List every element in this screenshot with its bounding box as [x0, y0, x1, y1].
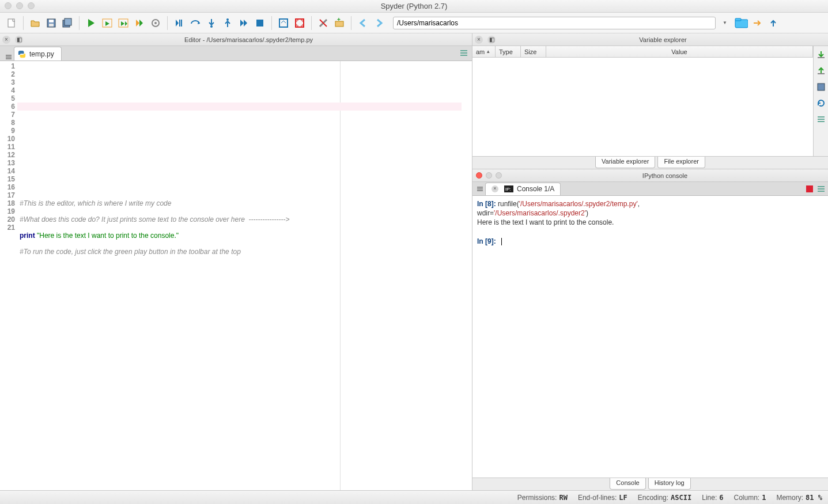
- undock-pane-button[interactable]: ◧: [15, 36, 23, 44]
- ipython-icon: IP:: [504, 185, 513, 192]
- svg-rect-40: [818, 191, 825, 192]
- save-all-button[interactable]: [61, 16, 74, 30]
- ipython-bottom-tabs: Console History log: [472, 478, 828, 490]
- tab-history-log[interactable]: History log: [648, 478, 691, 490]
- fullscreen-button[interactable]: [293, 16, 307, 30]
- close-pane-button[interactable]: ×: [2, 36, 10, 44]
- status-encoding-label: Encoding:: [638, 494, 668, 502]
- varex-refresh-button[interactable]: [816, 98, 826, 108]
- varex-save-button[interactable]: [816, 66, 826, 76]
- svg-rect-10: [179, 20, 180, 26]
- ipython-min-button[interactable]: [486, 172, 492, 179]
- varex-import-button[interactable]: [816, 50, 826, 60]
- svg-rect-24: [460, 50, 467, 51]
- svg-text:IP:: IP:: [505, 187, 511, 192]
- svg-rect-11: [181, 20, 182, 26]
- run-button[interactable]: [84, 16, 98, 30]
- status-bar: Permissions:RW End-of-lines:LF Encoding:…: [0, 490, 828, 504]
- ipython-options-button[interactable]: [816, 184, 826, 195]
- tab-variable-explorer[interactable]: Variable explorer: [595, 157, 655, 168]
- ipython-tab-list-button[interactable]: [475, 185, 485, 192]
- step-out-button[interactable]: [221, 16, 235, 30]
- editor-options-button[interactable]: [459, 48, 468, 59]
- status-encoding-value: ASCII: [671, 494, 691, 502]
- variable-table[interactable]: am▲ Type Size Value: [472, 46, 813, 156]
- window-title: Spyder (Python 2.7): [381, 2, 448, 10]
- step-into-button[interactable]: [205, 16, 218, 30]
- varex-saveas-button[interactable]: [816, 82, 826, 92]
- svg-rect-15: [279, 19, 288, 27]
- save-button[interactable]: [44, 16, 58, 30]
- working-dir-dropdown[interactable]: ▼: [718, 16, 732, 30]
- svg-rect-21: [6, 55, 12, 56]
- preferences-button[interactable]: [316, 16, 330, 30]
- step-over-button[interactable]: [188, 16, 202, 30]
- varex-options-button[interactable]: [816, 114, 826, 124]
- forward-button[interactable]: [372, 16, 386, 30]
- ipython-tab-console1[interactable]: × IP: Console 1/A: [485, 183, 561, 195]
- minimize-window-button[interactable]: [16, 2, 23, 9]
- editor-tabs: temp.py: [0, 46, 472, 61]
- col-value[interactable]: Value: [546, 46, 813, 57]
- ipython-console-pane: IPython console × IP: Console 1/A In [8]…: [472, 169, 828, 490]
- ipython-traffic-lights: [472, 172, 502, 179]
- varex-close-button[interactable]: ×: [475, 36, 483, 44]
- close-window-button[interactable]: [5, 2, 12, 9]
- ipython-tab-close[interactable]: ×: [491, 185, 498, 192]
- ipython-zoom-button[interactable]: [496, 172, 502, 179]
- status-memory-value: 81 %: [806, 494, 822, 502]
- line-number-gutter: 123456789101112131415161718192021: [0, 61, 17, 490]
- varex-tabs: Variable explorer File explorer: [472, 156, 828, 169]
- open-file-button[interactable]: [28, 16, 42, 30]
- svg-rect-39: [818, 188, 825, 190]
- svg-rect-14: [256, 20, 263, 26]
- col-name[interactable]: am▲: [472, 46, 496, 57]
- working-dir-input[interactable]: [393, 17, 716, 29]
- ipython-output[interactable]: In [8]: runfile('/Users/marisacarlos/.sp…: [472, 196, 828, 478]
- zoom-window-button[interactable]: [28, 2, 35, 9]
- run-config-button[interactable]: [149, 16, 162, 30]
- set-dir-button[interactable]: [750, 16, 764, 30]
- status-memory-label: Memory:: [776, 494, 803, 502]
- maximize-pane-button[interactable]: [277, 16, 290, 30]
- browse-dir-button[interactable]: [734, 16, 748, 30]
- status-column-value: 1: [762, 494, 766, 502]
- col-size[interactable]: Size: [521, 46, 546, 57]
- variable-table-header: am▲ Type Size Value: [472, 46, 813, 58]
- status-line-label: Line:: [702, 494, 717, 502]
- code-editor[interactable]: 123456789101112131415161718192021 #This …: [0, 61, 472, 490]
- varex-sidebar: [813, 46, 828, 156]
- editor-pane-title: Editor - /Users/marisacarlos/.spyder2/te…: [25, 36, 472, 43]
- debug-button[interactable]: [172, 16, 186, 30]
- svg-rect-0: [8, 19, 14, 27]
- continue-button[interactable]: [237, 16, 251, 30]
- svg-text:+: +: [337, 18, 341, 22]
- pythonpath-button[interactable]: +: [332, 16, 346, 30]
- varex-undock-button[interactable]: ◧: [487, 36, 496, 44]
- run-cell-button[interactable]: [100, 16, 114, 30]
- parent-dir-button[interactable]: [766, 16, 780, 30]
- svg-rect-23: [6, 58, 12, 59]
- svg-rect-27: [818, 57, 825, 58]
- python-file-icon: [18, 50, 26, 58]
- ipython-stop-button[interactable]: [806, 185, 813, 192]
- varex-title: Variable explorer: [498, 36, 828, 43]
- back-button[interactable]: [356, 16, 370, 30]
- varex-header: × ◧ Variable explorer: [472, 33, 828, 46]
- run-selection-button[interactable]: [133, 16, 146, 30]
- status-line-value: 6: [719, 494, 723, 502]
- tab-console[interactable]: Console: [610, 478, 645, 490]
- new-file-button[interactable]: [5, 16, 18, 30]
- editor-tab-temp-py[interactable]: temp.py: [14, 47, 62, 60]
- run-cell-advance-button[interactable]: [116, 16, 130, 30]
- svg-rect-30: [818, 116, 825, 118]
- ipython-close-button[interactable]: [476, 172, 482, 179]
- stop-debug-button[interactable]: [253, 16, 267, 30]
- tab-file-explorer[interactable]: File explorer: [657, 157, 705, 168]
- svg-rect-32: [818, 121, 825, 122]
- tab-list-button[interactable]: [3, 54, 14, 60]
- col-type[interactable]: Type: [496, 46, 521, 57]
- main-toolbar: + ▼: [0, 13, 828, 33]
- svg-rect-25: [460, 52, 467, 54]
- svg-rect-33: [477, 187, 483, 188]
